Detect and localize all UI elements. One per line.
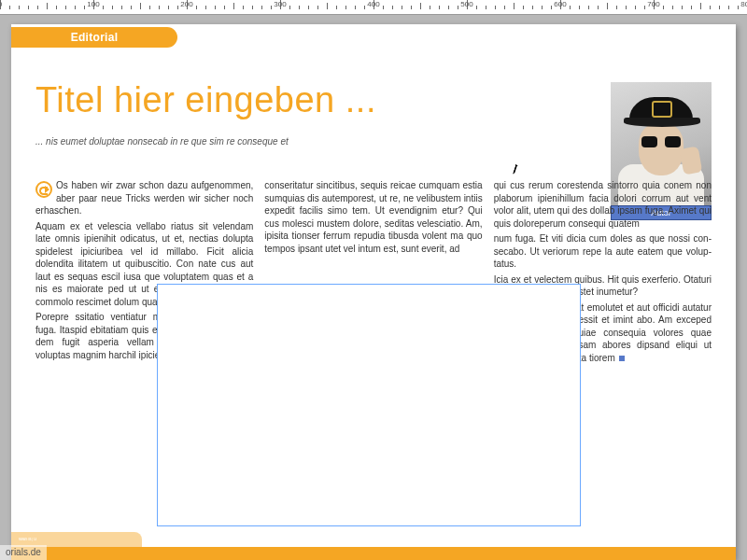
paragraph[interactable]: qui cus rerum coresten­da sintorro quia … <box>494 179 712 230</box>
ruler-label: 300 <box>274 0 286 8</box>
ruler-label: 100 <box>87 0 99 8</box>
ruler-label: 600 <box>554 0 566 8</box>
ruler-horizontal: 0100200300400500600700800 <box>0 0 747 15</box>
megaphone-icon <box>35 181 52 198</box>
page: Editorial Titel hier eingeben ... ... ni… <box>11 24 736 560</box>
document-canvas[interactable]: Editorial Titel hier eingeben ... ... ni… <box>0 15 747 560</box>
page-title[interactable]: Titel hier eingeben ... <box>35 80 376 120</box>
paragraph[interactable]: conseritatur sincitibus, sequis reicae c… <box>264 179 482 255</box>
overset-text-icon[interactable] <box>619 356 625 361</box>
ruler-label: 500 <box>460 0 472 8</box>
ruler-label: 0 <box>0 0 2 8</box>
ruler-label: 200 <box>180 0 192 8</box>
ruler-label: 800 <box>740 0 747 8</box>
paragraph[interactable]: Os haben wir zwar schon dazu aufgenom­me… <box>35 180 253 216</box>
section-tab: Editorial <box>11 27 177 48</box>
page-footer-bar <box>11 547 736 560</box>
empty-image-frame[interactable] <box>157 284 581 526</box>
ruler-label: 400 <box>367 0 379 8</box>
paragraph[interactable]: num fuga. Et viti dicia cum doles as que… <box>494 232 712 271</box>
watermark: orials.de <box>0 545 47 560</box>
page-subtitle[interactable]: ... nis eumet doluptae nonsecab in re qu… <box>35 136 289 147</box>
ruler-label: 700 <box>647 0 659 8</box>
